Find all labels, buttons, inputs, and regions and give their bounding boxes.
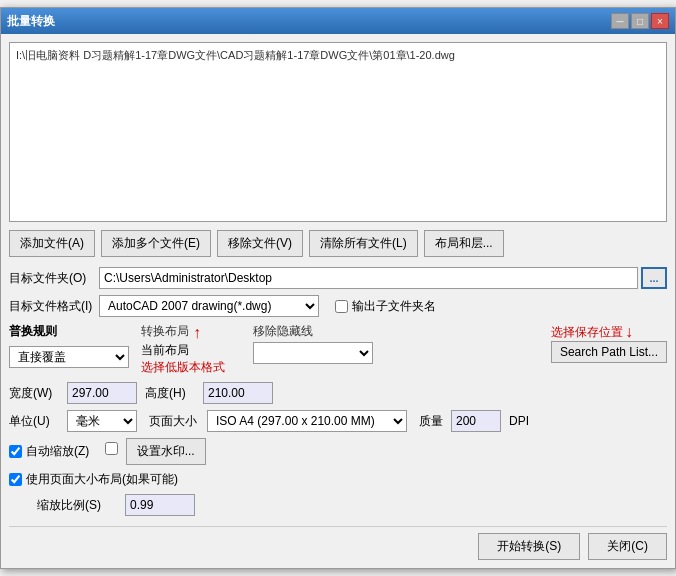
auto-scale-row: 自动缩放(Z) 设置水印... xyxy=(9,438,667,465)
search-path-button[interactable]: Search Path List... xyxy=(551,341,667,363)
conversion-label: 转换布局 xyxy=(141,323,189,340)
content-area: I:\旧电脑资料 D习题精解1-17章DWG文件\CAD习题精解1-17章DWG… xyxy=(1,34,675,568)
file-button-row: 添加文件(A) 添加多个文件(E) 移除文件(V) 清除所有文件(L) 布局和层… xyxy=(9,230,667,257)
quality-unit: DPI xyxy=(509,414,529,428)
target-format-label: 目标文件格式(I) xyxy=(9,298,99,315)
rules-area: 普换规则 直接覆盖 转换布局 ↑ 当前布局 选择低版本格式 移除隐藏线 xyxy=(9,323,667,376)
close-button[interactable]: × xyxy=(651,13,669,29)
page-size-select[interactable]: ISO A4 (297.00 x 210.00 MM) xyxy=(207,410,407,432)
file-list[interactable]: I:\旧电脑资料 D习题精解1-17章DWG文件\CAD习题精解1-17章DWG… xyxy=(9,42,667,222)
width-label: 宽度(W) xyxy=(9,385,59,402)
watermark-area: 设置水印... xyxy=(105,438,205,465)
units-label: 单位(U) xyxy=(9,413,59,430)
scale-row: 缩放比例(S) xyxy=(9,494,667,516)
page-size-label: 页面大小 xyxy=(149,413,199,430)
conversion-col: 转换布局 ↑ 当前布局 选择低版本格式 xyxy=(141,323,241,376)
search-path-annotation: 选择保存位置 xyxy=(551,324,623,341)
target-format-select[interactable]: AutoCAD 2007 drawing(*.dwg) xyxy=(99,295,319,317)
scale-input[interactable] xyxy=(125,494,195,516)
width-input[interactable] xyxy=(67,382,137,404)
height-input[interactable] xyxy=(203,382,273,404)
remove-file-button[interactable]: 移除文件(V) xyxy=(217,230,303,257)
main-window: 批量转换 ─ □ × I:\旧电脑资料 D习题精解1-17章DWG文件\CAD习… xyxy=(0,7,676,569)
target-folder-label: 目标文件夹(O) xyxy=(9,270,99,287)
auto-scale-label: 自动缩放(Z) xyxy=(26,443,89,460)
title-bar: 批量转换 ─ □ × xyxy=(1,8,675,34)
title-controls: ─ □ × xyxy=(611,13,669,29)
conversion-value: 当前布局 xyxy=(141,342,241,359)
conversion-red-arrow: ↑ xyxy=(193,325,201,341)
quality-label: 质量 xyxy=(419,413,443,430)
quality-input[interactable] xyxy=(451,410,501,432)
conversion-header: 转换布局 ↑ xyxy=(141,323,241,342)
file-item: I:\旧电脑资料 D习题精解1-17章DWG文件\CAD习题精解1-17章DWG… xyxy=(14,47,662,64)
browse-button[interactable]: ... xyxy=(641,267,667,289)
search-path-col: 选择保存位置 ↓ Search Path List... xyxy=(551,323,667,363)
rules-col: 普换规则 直接覆盖 xyxy=(9,323,129,368)
auto-scale-checkbox[interactable] xyxy=(9,445,22,458)
rules-section-label: 普换规则 xyxy=(9,323,129,340)
output-subfolder-check-area: 输出子文件夹名 xyxy=(335,298,436,315)
watermark-button[interactable]: 设置水印... xyxy=(126,438,206,465)
window-title: 批量转换 xyxy=(7,13,55,30)
add-multiple-button[interactable]: 添加多个文件(E) xyxy=(101,230,211,257)
rules-select[interactable]: 直接覆盖 xyxy=(9,346,129,368)
page-layout-checkbox[interactable] xyxy=(9,473,22,486)
watermark-checkbox[interactable] xyxy=(105,442,118,455)
minimize-button[interactable]: ─ xyxy=(611,13,629,29)
scale-label: 缩放比例(S) xyxy=(37,497,117,514)
action-buttons-row: 开始转换(S) 关闭(C) xyxy=(9,526,667,560)
maximize-button[interactable]: □ xyxy=(631,13,649,29)
conversion-annotation: 选择低版本格式 xyxy=(141,359,241,376)
units-select[interactable]: 毫米 xyxy=(67,410,137,432)
layout-layers-button[interactable]: 布局和层... xyxy=(424,230,504,257)
search-path-annotation-row: 选择保存位置 ↓ xyxy=(551,323,633,341)
dimensions-row: 宽度(W) 高度(H) xyxy=(9,382,667,404)
start-conversion-button[interactable]: 开始转换(S) xyxy=(478,533,580,560)
target-folder-row: 目标文件夹(O) ... xyxy=(9,267,667,289)
target-format-row: 目标文件格式(I) AutoCAD 2007 drawing(*.dwg) 输出… xyxy=(9,295,667,317)
units-page-row: 单位(U) 毫米 页面大小 ISO A4 (297.00 x 210.00 MM… xyxy=(9,410,667,432)
page-layout-row: 使用页面大小布局(如果可能) xyxy=(9,471,667,488)
hidden-lines-col: 移除隐藏线 xyxy=(253,323,373,364)
target-folder-input[interactable] xyxy=(99,267,638,289)
search-path-red-arrow: ↓ xyxy=(625,323,633,341)
height-label: 高度(H) xyxy=(145,385,195,402)
page-layout-label: 使用页面大小布局(如果可能) xyxy=(26,471,178,488)
close-button-bottom[interactable]: 关闭(C) xyxy=(588,533,667,560)
clear-all-button[interactable]: 清除所有文件(L) xyxy=(309,230,418,257)
add-file-button[interactable]: 添加文件(A) xyxy=(9,230,95,257)
hidden-lines-select[interactable] xyxy=(253,342,373,364)
hidden-lines-label: 移除隐藏线 xyxy=(253,323,373,340)
output-subfolder-label: 输出子文件夹名 xyxy=(352,298,436,315)
output-subfolder-checkbox[interactable] xyxy=(335,300,348,313)
